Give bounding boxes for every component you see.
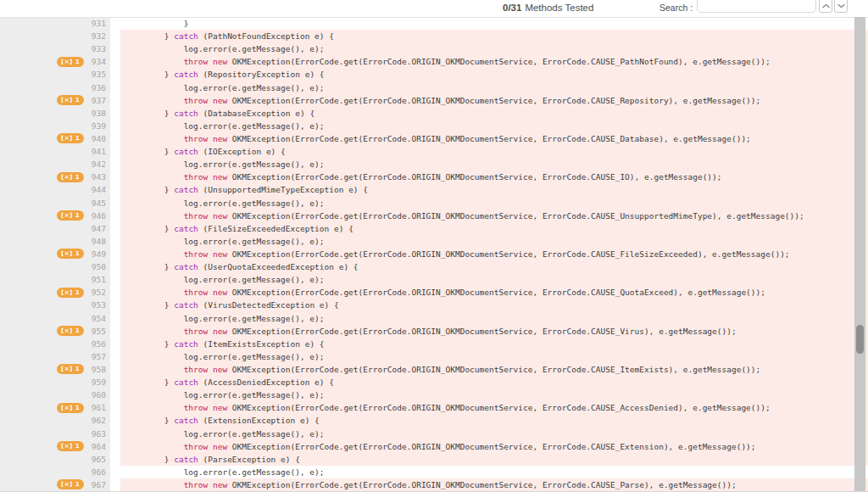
gutter-code-gap [110,428,120,440]
code-line: 950 } catch (UserQuotaExceededException … [0,260,868,273]
gutter-code-gap [110,440,120,453]
code-text: log.error(e.getMessage(), e); [120,158,868,171]
gutter-code-gap [110,248,120,260]
code-line: [×] 1958 throw new OKMException(ErrorCod… [0,363,868,376]
code-text: throw new OKMException(ErrorCode.get(Err… [120,94,868,107]
code-line: 965 } catch (ParseException e) { [0,453,868,466]
gutter-code-gap [110,171,120,183]
vertical-scrollbar-track[interactable] [854,17,865,492]
exception-count-badge[interactable]: [×] 1 [57,364,84,374]
gutter-cell: 945 [0,197,110,210]
gutter-cell: [×] 1955 [0,325,110,338]
gutter-code-gap [110,197,120,210]
gutter-code-gap [110,325,120,338]
gutter-cell: 953 [0,299,110,311]
code-text: } catch (UnsupportedMimeTypeException e)… [120,183,868,196]
gutter-code-gap [110,183,120,196]
exception-count-badge[interactable]: [×] 1 [57,210,84,221]
gutter-cell: 966 [0,466,110,478]
line-number: 958 [92,363,106,376]
code-line: 957 log.error(e.getMessage(), e); [0,350,868,363]
gutter-code-gap [110,68,120,81]
code-line: 947 } catch (FileSizeExceededException e… [0,222,868,235]
exception-count-badge[interactable]: [×] 1 [57,133,84,143]
line-number: 936 [92,81,106,94]
gutter-cell: 965 [0,453,110,466]
exception-count-badge[interactable]: [×] 1 [57,326,84,336]
code-line: 962 } catch (ExtensionException e) { [0,414,868,427]
exception-count-badge[interactable]: [×] 1 [57,441,84,451]
line-number: 943 [92,171,106,183]
line-number: 957 [92,350,106,363]
gutter-code-gap [110,312,120,325]
line-number: 938 [92,107,106,120]
code-text: throw new OKMException(ErrorCode.get(Err… [120,325,868,338]
gutter-cell: 938 [0,107,110,120]
code-line: 935 } catch (RepositoryException e) { [0,68,868,81]
code-text: } catch (PathNotFoundException e) { [120,30,868,42]
code-line: 956 } catch (ItemExistsException e) { [0,338,868,350]
exception-count-badge[interactable]: [×] 1 [57,288,84,298]
exception-count-badge[interactable]: [×] 1 [57,95,84,105]
code-text: throw new OKMException(ErrorCode.get(Err… [120,440,868,453]
code-line: 966 log.error(e.getMessage(), e); [0,466,868,478]
code-text: } catch (FileSizeExceededException e) { [120,222,868,235]
line-number: 965 [92,453,106,466]
exception-count-badge[interactable]: [×] 1 [57,249,84,259]
exception-count-badge[interactable]: [×] 1 [57,479,84,489]
gutter-code-gap [110,389,120,401]
code-line: 938 } catch (DatabaseException e) { [0,107,868,120]
code-line: 939 log.error(e.getMessage(), e); [0,120,868,132]
gutter-cell: [×] 1952 [0,286,110,299]
vertical-scrollbar-thumb[interactable] [856,325,864,354]
line-number: 947 [92,222,106,235]
code-text: throw new OKMException(ErrorCode.get(Err… [120,210,868,222]
line-number: 940 [92,132,106,145]
code-text: throw new OKMException(ErrorCode.get(Err… [120,171,868,183]
search-input[interactable] [697,0,816,13]
gutter-cell: 956 [0,338,110,350]
line-number: 955 [92,325,106,338]
line-number: 946 [92,210,106,222]
gutter-cell: 957 [0,350,110,363]
gutter-code-gap [110,273,120,286]
exception-count-badge[interactable]: [×] 1 [57,403,84,413]
gutter-cell: [×] 1961 [0,401,110,414]
code-line: 936 log.error(e.getMessage(), e); [0,81,868,94]
gutter-code-gap [110,222,120,235]
gutter-code-gap [110,363,120,376]
gutter-code-gap [110,42,120,55]
gutter-code-gap [110,260,120,273]
code-line: 951 log.error(e.getMessage(), e); [0,273,868,286]
coverage-viewer: 0/31Methods Tested Search : 931 }932 } c… [0,0,868,492]
gutter-code-gap [110,350,120,363]
gutter-cell: [×] 1958 [0,363,110,376]
code-line: [×] 1946 throw new OKMException(ErrorCod… [0,210,868,222]
search-prev-button[interactable] [819,0,832,13]
gutter-cell: 932 [0,30,110,42]
code-line: 945 log.error(e.getMessage(), e); [0,197,868,210]
gutter-cell: 962 [0,414,110,427]
exception-count-badge[interactable]: [×] 1 [57,57,84,67]
gutter-cell: [×] 1937 [0,94,110,107]
gutter-code-gap [110,210,120,222]
gutter-code-gap [110,338,120,350]
search-next-button[interactable] [834,0,848,13]
gutter-code-gap [110,107,120,120]
code-line: [×] 1940 throw new OKMException(ErrorCod… [0,132,868,145]
gutter-code-gap [110,30,120,42]
code-text: log.error(e.getMessage(), e); [120,466,868,478]
code-line: 944 } catch (UnsupportedMimeTypeExceptio… [0,183,868,196]
code-text: log.error(e.getMessage(), e); [120,273,868,286]
line-number: 942 [92,158,106,171]
code-text: log.error(e.getMessage(), e); [120,428,868,440]
code-text: log.error(e.getMessage(), e); [120,389,868,401]
code-line: 954 log.error(e.getMessage(), e); [0,312,868,325]
code-text: log.error(e.getMessage(), e); [120,42,868,55]
gutter-cell: [×] 1940 [0,132,110,145]
gutter-code-gap [110,158,120,171]
code-text: throw new OKMException(ErrorCode.get(Err… [120,478,868,491]
gutter-cell: 944 [0,183,110,196]
exception-count-badge[interactable]: [×] 1 [57,172,84,182]
code-text: } catch (VirusDetectedException e) { [120,299,868,311]
